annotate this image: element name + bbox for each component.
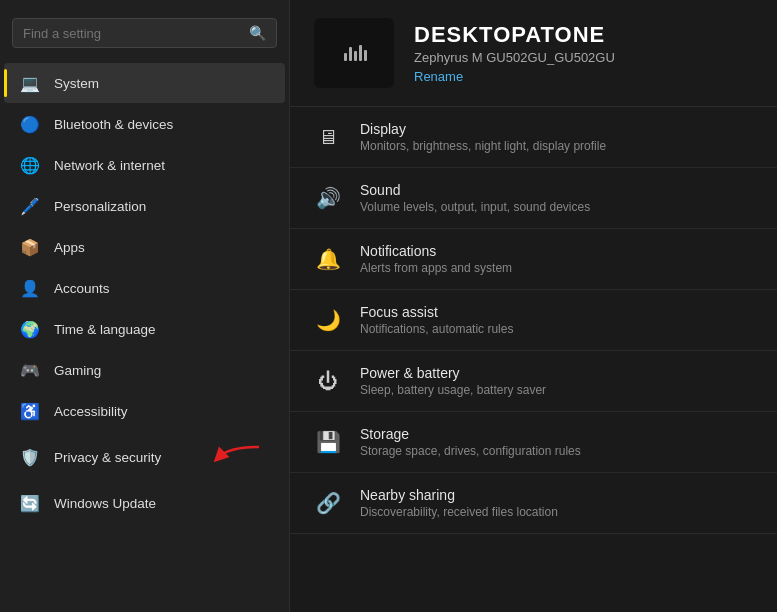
gaming-icon: 🎮 xyxy=(20,360,40,380)
privacy-icon: 🛡️ xyxy=(20,447,40,467)
focus-title: Focus assist xyxy=(360,304,513,320)
notifications-desc: Alerts from apps and system xyxy=(360,261,512,275)
svg-rect-5 xyxy=(364,50,367,61)
sidebar-label-update: Windows Update xyxy=(54,496,156,511)
sidebar-item-personalization[interactable]: 🖊️Personalization xyxy=(4,186,285,226)
setting-power[interactable]: ⏻Power & batterySleep, battery usage, ba… xyxy=(290,351,777,412)
display-desc: Monitors, brightness, night light, displ… xyxy=(360,139,606,153)
bluetooth-icon: 🔵 xyxy=(20,114,40,134)
display-title: Display xyxy=(360,121,606,137)
sidebar-label-personalization: Personalization xyxy=(54,199,146,214)
nearby-title: Nearby sharing xyxy=(360,487,558,503)
sidebar-item-apps[interactable]: 📦Apps xyxy=(4,227,285,267)
arrow-annotation xyxy=(209,442,269,472)
setting-storage[interactable]: 💾StorageStorage space, drives, configura… xyxy=(290,412,777,473)
apps-icon: 📦 xyxy=(20,237,40,257)
sidebar-item-update[interactable]: 🔄Windows Update xyxy=(4,483,285,523)
notifications-text: NotificationsAlerts from apps and system xyxy=(360,243,512,275)
power-icon: ⏻ xyxy=(314,367,342,395)
accessibility-icon: ♿ xyxy=(20,401,40,421)
personalization-icon: 🖊️ xyxy=(20,196,40,216)
update-icon: 🔄 xyxy=(20,493,40,513)
storage-icon: 💾 xyxy=(314,428,342,456)
nearby-icon: 🔗 xyxy=(314,489,342,517)
network-icon: 🌐 xyxy=(20,155,40,175)
nearby-text: Nearby sharingDiscoverability, received … xyxy=(360,487,558,519)
sidebar-item-system[interactable]: 💻System xyxy=(4,63,285,103)
sidebar-label-apps: Apps xyxy=(54,240,85,255)
sidebar-label-accessibility: Accessibility xyxy=(54,404,128,419)
search-icon: 🔍 xyxy=(249,25,266,41)
sidebar-item-accounts[interactable]: 👤Accounts xyxy=(4,268,285,308)
notifications-icon: 🔔 xyxy=(314,245,342,273)
sidebar-item-privacy[interactable]: 🛡️Privacy & security xyxy=(4,432,285,482)
settings-list: 🖥DisplayMonitors, brightness, night ligh… xyxy=(290,107,777,612)
display-icon: 🖥 xyxy=(314,123,342,151)
svg-rect-1 xyxy=(344,53,347,61)
device-icon xyxy=(334,33,374,73)
red-arrow-icon xyxy=(209,442,269,472)
focus-icon: 🌙 xyxy=(314,306,342,334)
setting-notifications[interactable]: 🔔NotificationsAlerts from apps and syste… xyxy=(290,229,777,290)
storage-text: StorageStorage space, drives, configurat… xyxy=(360,426,581,458)
sidebar-item-bluetooth[interactable]: 🔵Bluetooth & devices xyxy=(4,104,285,144)
focus-desc: Notifications, automatic rules xyxy=(360,322,513,336)
svg-rect-2 xyxy=(349,47,352,61)
notifications-title: Notifications xyxy=(360,243,512,259)
search-box[interactable]: 🔍 xyxy=(12,18,277,48)
sidebar-label-gaming: Gaming xyxy=(54,363,101,378)
sidebar: 🔍 💻System🔵Bluetooth & devices🌐Network & … xyxy=(0,0,290,612)
sound-icon: 🔊 xyxy=(314,184,342,212)
rename-link[interactable]: Rename xyxy=(414,69,463,84)
sidebar-item-network[interactable]: 🌐Network & internet xyxy=(4,145,285,185)
nearby-desc: Discoverability, received files location xyxy=(360,505,558,519)
time-icon: 🌍 xyxy=(20,319,40,339)
sidebar-label-privacy: Privacy & security xyxy=(54,450,161,465)
sound-desc: Volume levels, output, input, sound devi… xyxy=(360,200,590,214)
svg-rect-3 xyxy=(354,51,357,61)
device-info: DESKTOPATONE Zephyrus M GU502GU_GU502GU … xyxy=(414,22,615,85)
power-text: Power & batterySleep, battery usage, bat… xyxy=(360,365,546,397)
display-text: DisplayMonitors, brightness, night light… xyxy=(360,121,606,153)
setting-focus[interactable]: 🌙Focus assistNotifications, automatic ru… xyxy=(290,290,777,351)
device-name: DESKTOPATONE xyxy=(414,22,615,48)
storage-title: Storage xyxy=(360,426,581,442)
sidebar-label-system: System xyxy=(54,76,99,91)
sound-text: SoundVolume levels, output, input, sound… xyxy=(360,182,590,214)
svg-rect-4 xyxy=(359,45,362,61)
sidebar-item-gaming[interactable]: 🎮Gaming xyxy=(4,350,285,390)
device-icon-box xyxy=(314,18,394,88)
main-panel: DESKTOPATONE Zephyrus M GU502GU_GU502GU … xyxy=(290,0,777,612)
power-desc: Sleep, battery usage, battery saver xyxy=(360,383,546,397)
sidebar-item-accessibility[interactable]: ♿Accessibility xyxy=(4,391,285,431)
sidebar-label-accounts: Accounts xyxy=(54,281,110,296)
search-input[interactable] xyxy=(23,26,241,41)
system-icon: 💻 xyxy=(20,73,40,93)
sidebar-label-network: Network & internet xyxy=(54,158,165,173)
device-header: DESKTOPATONE Zephyrus M GU502GU_GU502GU … xyxy=(290,0,777,107)
sidebar-label-bluetooth: Bluetooth & devices xyxy=(54,117,173,132)
storage-desc: Storage space, drives, configuration rul… xyxy=(360,444,581,458)
sidebar-label-time: Time & language xyxy=(54,322,156,337)
sound-title: Sound xyxy=(360,182,590,198)
setting-nearby[interactable]: 🔗Nearby sharingDiscoverability, received… xyxy=(290,473,777,534)
focus-text: Focus assistNotifications, automatic rul… xyxy=(360,304,513,336)
device-model: Zephyrus M GU502GU_GU502GU xyxy=(414,50,615,65)
nav-list: 💻System🔵Bluetooth & devices🌐Network & in… xyxy=(0,62,289,524)
setting-sound[interactable]: 🔊SoundVolume levels, output, input, soun… xyxy=(290,168,777,229)
power-title: Power & battery xyxy=(360,365,546,381)
sidebar-item-time[interactable]: 🌍Time & language xyxy=(4,309,285,349)
accounts-icon: 👤 xyxy=(20,278,40,298)
setting-display[interactable]: 🖥DisplayMonitors, brightness, night ligh… xyxy=(290,107,777,168)
